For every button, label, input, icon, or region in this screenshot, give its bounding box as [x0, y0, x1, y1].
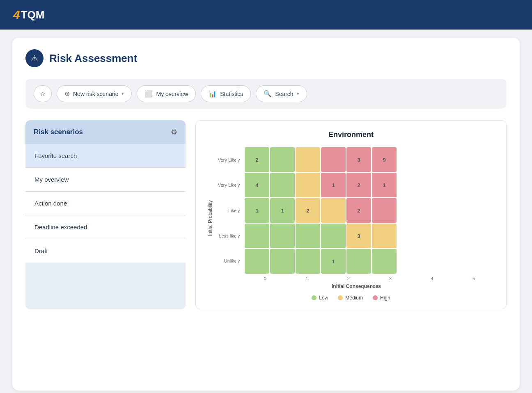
y-tick-2: Likely [218, 198, 243, 223]
top-bar: 4 TQM [0, 0, 532, 30]
matrix-grid-wrapper: 2394121112231 [245, 147, 397, 274]
action-done-label: Action done [34, 200, 67, 207]
matrix-cell-4-0 [245, 249, 269, 274]
matrix-cell-0-2 [296, 147, 320, 172]
legend-medium: Medium [338, 295, 363, 301]
matrix-cell-4-4 [346, 249, 371, 274]
search-button[interactable]: 🔍 Search ▾ [256, 85, 307, 102]
statistics-button[interactable]: 📊 Statistics [201, 85, 251, 102]
sidebar-item-action-done[interactable]: Action done [25, 192, 186, 215]
sidebar-item-my-overview[interactable]: My overview [25, 168, 186, 192]
star-icon: ☆ [40, 90, 46, 98]
logo-tqm: TQM [21, 9, 45, 21]
matrix-cell-2-3 [321, 198, 346, 223]
matrix-cell-1-4: 2 [346, 173, 371, 197]
matrix-grid: 2394121112231 [245, 147, 397, 274]
x-axis-label: Initial Consequences [218, 283, 495, 289]
toolbar: ☆ ⊕ New risk scenario ▾ ⬜ My overview 📊 … [25, 79, 507, 109]
y-tick-4: Unlikely [218, 249, 243, 273]
gear-icon[interactable]: ⚙ [171, 128, 177, 137]
my-overview-sidebar-label: My overview [34, 176, 69, 183]
page-title: Risk Assessment [49, 52, 137, 65]
sidebar: Risk scenarios ⚙ Favorite search My over… [25, 120, 186, 309]
legend-dot-low [312, 295, 316, 300]
x-tick-4: 4 [420, 276, 444, 281]
plus-circle-icon: ⊕ [64, 90, 70, 98]
chart-main: Very Likely Very Likely Likely Less like… [218, 147, 495, 289]
x-tick-0: 0 [253, 276, 277, 281]
search-chevron-icon: ▾ [297, 91, 299, 96]
x-tick-5: 5 [461, 276, 486, 281]
legend-dot-medium [338, 295, 343, 300]
y-tick-1: Very Likely [218, 173, 243, 197]
matrix-cell-4-1 [270, 249, 295, 274]
matrix-cell-0-5: 9 [372, 147, 397, 172]
risk-assessment-icon: ⚠ [25, 49, 44, 67]
content-area: Risk scenarios ⚙ Favorite search My over… [25, 120, 507, 309]
chart-title: Environment [207, 130, 495, 139]
legend-dot-high [373, 295, 378, 300]
new-risk-scenario-button[interactable]: ⊕ New risk scenario ▾ [57, 85, 132, 102]
matrix-cell-1-0: 4 [245, 173, 269, 197]
matrix-cell-3-3 [321, 224, 346, 248]
matrix-cell-3-2 [296, 224, 320, 248]
favorite-search-label: Favorite search [34, 152, 77, 159]
overview-icon: ⬜ [144, 90, 153, 98]
deadline-exceeded-label: Deadline exceeded [34, 224, 87, 231]
chevron-down-icon: ▾ [122, 91, 124, 96]
y-ticks: Very Likely Very Likely Likely Less like… [218, 147, 243, 274]
x-ticks: 0 1 2 3 4 5 [218, 276, 495, 281]
matrix-cell-2-5 [372, 198, 397, 223]
y-axis-label: Initial Probability [207, 200, 213, 236]
logo: 4 TQM [13, 8, 44, 22]
sidebar-item-deadline-exceeded[interactable]: Deadline exceeded [25, 215, 186, 239]
main-wrapper: ⚠ Risk Assessment ☆ ⊕ New risk scenario … [12, 38, 520, 391]
new-risk-label: New risk scenario [73, 91, 118, 97]
chart-container: Initial Probability Very Likely Very Lik… [207, 147, 495, 289]
matrix-cell-3-4: 3 [346, 224, 371, 248]
matrix-cell-0-3 [321, 147, 346, 172]
matrix-area: Very Likely Very Likely Likely Less like… [218, 147, 495, 274]
search-label: Search [275, 91, 293, 97]
y-tick-0: Very Likely [218, 148, 243, 172]
draft-label: Draft [34, 247, 48, 254]
matrix-cell-0-1 [270, 147, 295, 172]
matrix-cell-1-2 [296, 173, 320, 197]
y-tick-3: Less likely [218, 224, 243, 248]
x-tick-3: 3 [378, 276, 403, 281]
x-tick-2: 2 [336, 276, 361, 281]
matrix-cell-2-4: 2 [346, 198, 371, 223]
matrix-cell-4-2 [296, 249, 320, 274]
sidebar-item-draft[interactable]: Draft [25, 239, 186, 263]
matrix-cell-4-3: 1 [321, 249, 346, 274]
chart-panel: Environment Initial Probability Very Lik… [195, 120, 507, 309]
chart-legend: Low Medium High [207, 295, 495, 301]
favorite-button[interactable]: ☆ [34, 85, 52, 102]
sidebar-header: Risk scenarios ⚙ [25, 120, 186, 144]
sidebar-item-favorite-search[interactable]: Favorite search [25, 144, 186, 168]
matrix-cell-0-4: 3 [346, 147, 371, 172]
matrix-cell-2-2: 2 [296, 198, 320, 223]
legend-low: Low [312, 295, 328, 301]
logo-4: 4 [13, 8, 20, 22]
matrix-cell-3-5 [372, 224, 397, 248]
legend-high: High [373, 295, 390, 301]
matrix-cell-1-1 [270, 173, 295, 197]
legend-label-low: Low [319, 295, 328, 301]
matrix-cell-3-0 [245, 224, 269, 248]
legend-label-medium: Medium [345, 295, 363, 301]
matrix-cell-3-1 [270, 224, 295, 248]
matrix-cell-1-5: 1 [372, 173, 397, 197]
my-overview-button[interactable]: ⬜ My overview [137, 85, 196, 102]
bar-chart-icon: 📊 [209, 90, 217, 98]
x-tick-1: 1 [294, 276, 319, 281]
page-header: ⚠ Risk Assessment [25, 49, 507, 67]
my-overview-label: My overview [156, 91, 188, 97]
search-icon: 🔍 [264, 90, 272, 98]
sidebar-title: Risk scenarios [34, 128, 83, 136]
matrix-cell-2-1: 1 [270, 198, 295, 223]
matrix-cell-1-3: 1 [321, 173, 346, 197]
statistics-label: Statistics [220, 91, 243, 97]
matrix-cell-2-0: 1 [245, 198, 269, 223]
matrix-cell-0-0: 2 [245, 147, 269, 172]
